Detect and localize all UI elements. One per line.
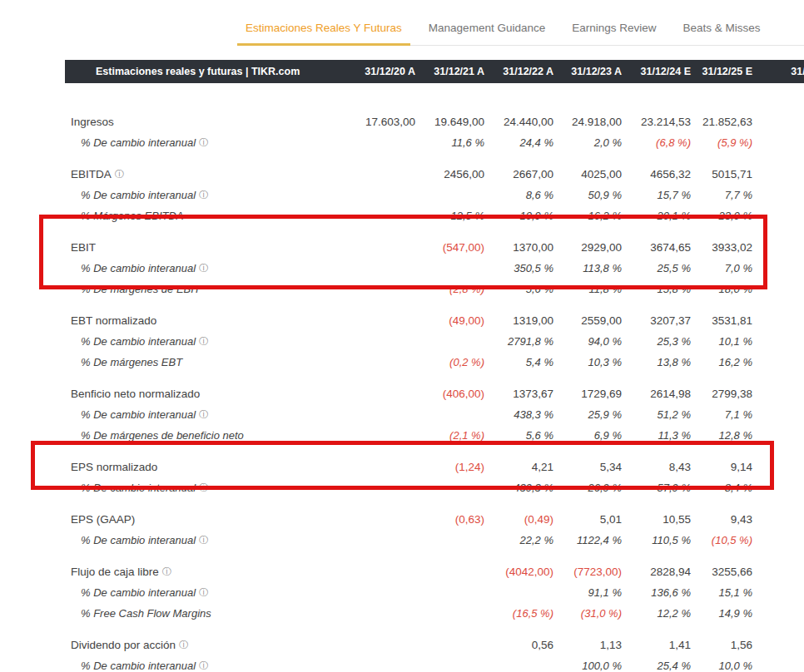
table-row: % De cambio interanualⓘ11,6 %24,4 %2,0 %… bbox=[65, 132, 804, 153]
row-label: % De márgenes de EBIT bbox=[65, 283, 348, 295]
value-cell: 16,2 % bbox=[692, 356, 754, 368]
row-label: EPS (GAAP) bbox=[65, 513, 348, 526]
info-icon[interactable]: ⓘ bbox=[115, 169, 125, 179]
value-cell: 17.603,00 bbox=[348, 116, 417, 128]
value-cell: (2,1 %) bbox=[417, 429, 486, 442]
row-label: % De cambio interanualⓘ bbox=[65, 136, 348, 150]
row-label: EBT normalizado bbox=[65, 314, 348, 327]
value-cell: (10,5 %) bbox=[692, 534, 754, 546]
info-icon[interactable]: ⓘ bbox=[199, 409, 209, 419]
value-cell: (2,8 %) bbox=[417, 283, 486, 295]
value-cell: 1,41 bbox=[623, 639, 692, 651]
row-label-text: % De márgenes EBT bbox=[81, 356, 182, 368]
value-cell: 13,8 % bbox=[623, 356, 692, 368]
value-cell: (31,0 %) bbox=[555, 607, 623, 620]
value-cell: 22,2 % bbox=[486, 534, 555, 546]
row-label-text: EBIT bbox=[71, 241, 96, 254]
value-cell: (7723,00) bbox=[555, 566, 623, 578]
value-cell: 21.852,63 bbox=[692, 116, 754, 128]
table-row: % De cambio interanualⓘ438,3 %25,9 %51,2… bbox=[65, 404, 804, 425]
row-label: % Free Cash Flow Margins bbox=[65, 607, 348, 620]
info-icon[interactable]: ⓘ bbox=[179, 640, 189, 650]
tab-management-guidance[interactable]: Management Guidance bbox=[420, 12, 553, 46]
table-row: EBITDAⓘ2456,002667,004025,004656,325015,… bbox=[65, 164, 804, 185]
tab-earnings-review[interactable]: Earnings Review bbox=[563, 12, 664, 46]
table-header-row: Estimaciones reales y futuras | TIKR.com… bbox=[65, 60, 804, 83]
row-label: % De cambio interanualⓘ bbox=[65, 408, 348, 422]
value-cell: 3207,37 bbox=[623, 314, 692, 327]
tab-estimaciones-reales-y-futuras[interactable]: Estimaciones Reales Y Futuras bbox=[237, 12, 410, 46]
value-cell: 11,8 % bbox=[555, 283, 623, 295]
value-cell: 2559,00 bbox=[555, 314, 623, 327]
value-cell: 24,4 % bbox=[486, 136, 555, 149]
value-cell: (0,63) bbox=[417, 513, 486, 526]
value-cell: 10,9 % bbox=[486, 210, 555, 222]
value-cell: 11,6 % bbox=[417, 136, 486, 149]
value-cell: 12,8 % bbox=[692, 429, 754, 442]
table-row: % De cambio interanualⓘ8,6 %50,9 %15,7 %… bbox=[65, 185, 804, 205]
value-cell: 15,8 % bbox=[623, 283, 692, 295]
tab-beats-misses[interactable]: Beats & Misses bbox=[674, 12, 768, 46]
value-cell: 25,4 % bbox=[623, 660, 692, 672]
value-cell: 10,0 % bbox=[692, 660, 754, 672]
value-cell: (6,8 %) bbox=[623, 136, 692, 149]
row-label-text: EPS normalizado bbox=[71, 461, 157, 473]
row-label-text: % De márgenes de beneficio neto bbox=[81, 429, 244, 442]
table-row: % De márgenes de beneficio neto(2,1 %)5,… bbox=[65, 425, 804, 446]
value-cell: 3255,66 bbox=[692, 566, 754, 578]
row-label-text: Dividendo por acción bbox=[71, 639, 176, 651]
value-cell: 7,0 % bbox=[692, 262, 754, 274]
info-icon[interactable]: ⓘ bbox=[199, 137, 209, 147]
row-label: EBIT bbox=[65, 241, 348, 254]
value-cell: 57,9 % bbox=[623, 482, 692, 494]
info-icon[interactable]: ⓘ bbox=[199, 263, 209, 273]
info-icon[interactable]: ⓘ bbox=[199, 190, 209, 200]
info-icon[interactable]: ⓘ bbox=[199, 660, 209, 670]
value-cell: 2828,94 bbox=[623, 566, 692, 578]
tab-bar: Estimaciones Reales Y FuturasManagement … bbox=[237, 12, 804, 46]
value-cell: 1,56 bbox=[692, 639, 754, 651]
table-row: Flujo de caja libreⓘ(4042,00)(7723,00)28… bbox=[65, 561, 804, 582]
table-row: EBT normalizado(49,00)1319,002559,003207… bbox=[65, 310, 804, 331]
value-cell: 18,0 % bbox=[692, 283, 754, 295]
value-cell: 0,56 bbox=[486, 639, 555, 651]
info-icon[interactable]: ⓘ bbox=[162, 566, 172, 576]
value-cell: 2929,00 bbox=[555, 241, 623, 254]
value-cell: 91,1 % bbox=[555, 586, 623, 599]
value-cell: 5,6 % bbox=[486, 283, 555, 295]
row-label: Flujo de caja libreⓘ bbox=[65, 566, 348, 579]
value-cell: 10,1 % bbox=[692, 335, 754, 348]
row-label-text: Flujo de caja libre bbox=[71, 566, 159, 578]
value-cell: 7,7 % bbox=[692, 189, 754, 201]
value-cell: 5015,71 bbox=[692, 168, 754, 180]
column-header-2: 31/12/22 A bbox=[486, 66, 555, 77]
info-icon[interactable]: ⓘ bbox=[199, 482, 209, 492]
value-cell: 4656,32 bbox=[623, 168, 692, 180]
table-row: EPS (GAAP)(0,63)(0,49)5,0110,559,43 bbox=[65, 509, 804, 530]
table-row: % De cambio interanualⓘ350,5 %113,8 %25,… bbox=[65, 258, 804, 279]
value-cell: 10,3 % bbox=[555, 356, 623, 368]
value-cell: 6,9 % bbox=[555, 429, 623, 442]
info-icon[interactable]: ⓘ bbox=[199, 587, 209, 597]
row-label: EPS normalizado bbox=[65, 461, 348, 473]
value-cell: 14,9 % bbox=[692, 607, 754, 620]
value-cell: 15,7 % bbox=[623, 189, 692, 201]
row-label-text: % De cambio interanual bbox=[81, 136, 196, 149]
value-cell: 20,1 % bbox=[623, 210, 692, 222]
value-cell: 9,43 bbox=[692, 513, 754, 526]
value-cell: 25,9 % bbox=[555, 408, 623, 421]
value-cell: 51,2 % bbox=[623, 408, 692, 421]
row-label-text: EPS (GAAP) bbox=[71, 513, 135, 526]
value-cell: 1373,67 bbox=[486, 388, 555, 400]
table-row: Ingresos17.603,0019.649,0024.440,0024.91… bbox=[65, 111, 804, 132]
table-row: % De cambio interanualⓘ22,2 %1122,4 %110… bbox=[65, 530, 804, 551]
row-label-text: % De márgenes de EBIT bbox=[81, 283, 201, 295]
info-icon[interactable]: ⓘ bbox=[199, 535, 209, 545]
info-icon[interactable]: ⓘ bbox=[199, 336, 209, 346]
row-label-text: % Free Cash Flow Margins bbox=[81, 607, 211, 620]
table-row: % De márgenes de EBIT(2,8 %)5,6 %11,8 %1… bbox=[65, 279, 804, 299]
value-cell: 24.440,00 bbox=[486, 116, 555, 128]
table-row: % De cambio interanualⓘ91,1 %136,6 %15,1… bbox=[65, 582, 804, 603]
row-label: Benficio neto normalizado bbox=[65, 388, 348, 400]
value-cell: 4025,00 bbox=[555, 168, 623, 180]
